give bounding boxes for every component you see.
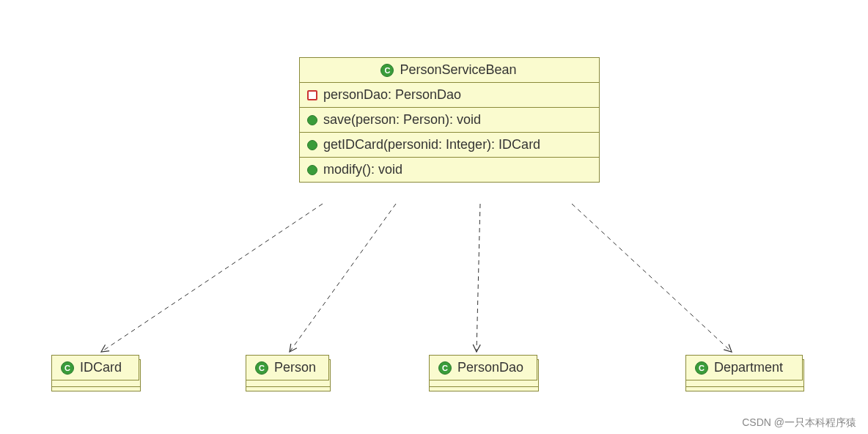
class-name: Department: [714, 360, 783, 375]
method-text: save(person: Person): void: [323, 112, 481, 128]
class-icon: C: [61, 361, 74, 375]
class-name: IDCard: [80, 360, 122, 375]
method-row: save(person: Person): void: [300, 107, 599, 132]
class-name: Person: [274, 360, 316, 375]
svg-line-3: [572, 204, 732, 352]
class-title-row: C PersonServiceBean: [300, 58, 599, 82]
public-icon: [307, 165, 317, 175]
watermark: CSDN @一只本科程序猿: [742, 416, 856, 430]
class-name: PersonServiceBean: [400, 62, 516, 78]
private-icon: [307, 90, 317, 100]
class-person: C Person: [246, 355, 329, 381]
method-text: getIDCard(personid: Integer): IDCard: [323, 137, 540, 152]
svg-line-1: [290, 204, 396, 352]
class-icon: C: [438, 361, 452, 375]
svg-line-2: [477, 204, 480, 352]
public-icon: [307, 140, 317, 150]
public-icon: [307, 115, 317, 125]
attribute-row: personDao: PersonDao: [300, 82, 599, 107]
class-persondao: C PersonDao: [429, 355, 537, 381]
class-icon: C: [380, 64, 394, 77]
class-icon: C: [255, 361, 268, 375]
attribute-text: personDao: PersonDao: [323, 87, 461, 103]
method-row: getIDCard(personid: Integer): IDCard: [300, 132, 599, 157]
svg-line-0: [101, 204, 323, 352]
class-icon: C: [695, 361, 708, 375]
class-name: PersonDao: [457, 360, 523, 375]
class-department: C Department: [685, 355, 803, 381]
method-text: modify(): void: [323, 162, 402, 177]
class-idcard: C IDCard: [51, 355, 139, 381]
class-person-service-bean: C PersonServiceBean personDao: PersonDao…: [299, 57, 600, 183]
method-row: modify(): void: [300, 157, 599, 182]
